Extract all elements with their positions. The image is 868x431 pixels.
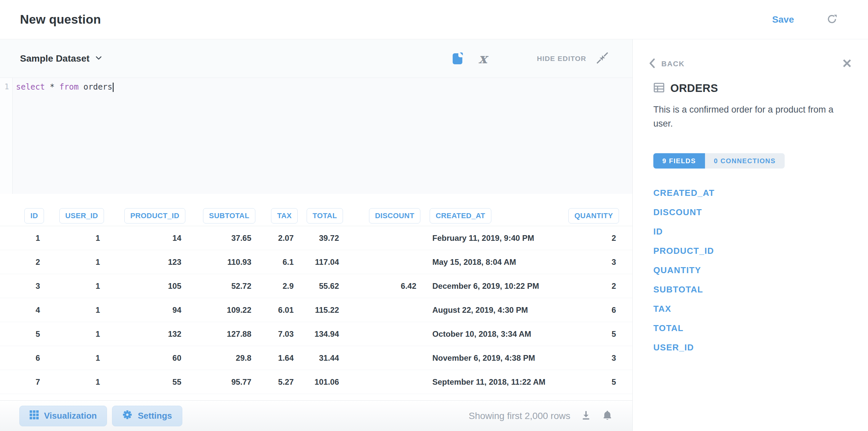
visualization-button[interactable]: Visualization [19,406,107,426]
save-button[interactable]: Save [772,14,794,25]
table-cell[interactable]: December 6, 2019, 10:22 PM [423,274,559,298]
field-item[interactable]: TAX [653,299,848,319]
table-cell[interactable]: 110.93 [188,250,258,274]
table-cell[interactable]: 7 [0,370,46,394]
table-cell[interactable]: 1 [0,226,46,250]
table-cell[interactable]: 123 [107,250,188,274]
table-cell[interactable]: 2 [559,226,632,250]
editor-gutter: 1 [0,78,13,194]
table-cell[interactable]: 1 [46,298,107,322]
hide-editor-button[interactable]: HIDE EDITOR [537,52,608,65]
table-cell[interactable] [346,370,423,394]
table-cell[interactable] [346,322,423,346]
table-cell[interactable] [346,298,423,322]
table-cell[interactable]: February 11, 2019, 9:40 PM [423,226,559,250]
tab-connections[interactable]: 0 CONNECTIONS [705,153,785,169]
column-header-tax[interactable]: TAX [271,208,298,224]
download-button[interactable] [580,410,592,422]
table-cell[interactable]: 1 [46,370,107,394]
table-cell[interactable]: 37.65 [188,226,258,250]
field-item[interactable]: CREATED_AT [653,183,848,202]
table-cell[interactable]: 31.44 [300,346,346,370]
table-cell[interactable]: 105 [107,274,188,298]
table-cell[interactable]: 39.72 [300,226,346,250]
sql-editor[interactable]: 1 select * from orders [0,77,632,194]
column-header-total[interactable]: TOTAL [307,208,343,224]
table-cell[interactable]: 1 [46,322,107,346]
column-header-subtotal[interactable]: SUBTOTAL [203,208,255,224]
column-header-id[interactable]: ID [24,208,44,224]
table-cell[interactable]: 6.01 [258,298,300,322]
table-cell[interactable]: 5.27 [258,370,300,394]
refresh-button[interactable] [827,14,837,25]
table-cell[interactable]: 3 [559,346,632,370]
table-cell[interactable]: 5 [559,322,632,346]
table-cell[interactable]: 127.88 [188,322,258,346]
table-cell[interactable]: 2 [0,250,46,274]
table-cell[interactable]: 94 [107,298,188,322]
table-cell[interactable]: 115.22 [300,298,346,322]
field-item[interactable]: USER_ID [653,338,848,357]
table-cell[interactable]: 55.62 [300,274,346,298]
table-cell[interactable] [346,346,423,370]
settings-button[interactable]: Settings [112,406,182,426]
column-header-product-id[interactable]: PRODUCT_ID [124,208,185,224]
column-header-created-at[interactable]: CREATED_AT [430,208,491,224]
table-cell[interactable]: September 11, 2018, 11:22 AM [423,370,559,394]
table-cell[interactable]: 95.77 [188,370,258,394]
table-cell[interactable]: 1 [46,274,107,298]
variables-button[interactable]: x [479,52,487,66]
table-cell[interactable]: May 15, 2018, 8:04 AM [423,250,559,274]
table-cell[interactable]: 2.9 [258,274,300,298]
table-cell[interactable]: 132 [107,322,188,346]
table-row: 3110552.722.955.626.42December 6, 2019, … [0,274,632,298]
table-cell[interactable]: 4 [0,298,46,322]
table-cell[interactable]: 1 [46,346,107,370]
table-cell[interactable]: 1 [46,250,107,274]
table-cell[interactable]: 1.64 [258,346,300,370]
table-cell[interactable]: October 10, 2018, 3:34 AM [423,322,559,346]
table-cell[interactable]: 60 [107,346,188,370]
table-cell[interactable]: 101.06 [300,370,346,394]
field-item[interactable]: TOTAL [653,319,848,338]
table-cell[interactable]: 52.72 [188,274,258,298]
table-cell[interactable]: 6.42 [346,274,423,298]
table-cell[interactable]: 5 [0,322,46,346]
back-button[interactable]: BACK [649,58,685,69]
table-cell[interactable] [346,226,423,250]
table-cell[interactable]: 6.1 [258,250,300,274]
field-item[interactable]: SUBTOTAL [653,280,848,299]
table-cell[interactable] [346,250,423,274]
field-item[interactable]: ID [653,222,848,241]
data-reference-button[interactable] [451,52,463,65]
field-item[interactable]: DISCOUNT [653,202,848,222]
tab-fields[interactable]: 9 FIELDS [653,153,705,169]
table-cell[interactable]: 14 [107,226,188,250]
table-cell[interactable]: August 22, 2019, 4:30 PM [423,298,559,322]
table-cell[interactable]: 5 [559,370,632,394]
field-item[interactable]: PRODUCT_ID [653,241,848,261]
table-cell[interactable]: 3 [559,250,632,274]
grid-icon [30,410,39,422]
column-header-discount[interactable]: DISCOUNT [369,208,420,224]
dataset-picker[interactable]: Sample Dataset [20,53,102,64]
table-cell[interactable]: 55 [107,370,188,394]
table-cell[interactable]: 3 [0,274,46,298]
table-cell[interactable]: 29.8 [188,346,258,370]
table-cell[interactable]: November 6, 2019, 4:38 PM [423,346,559,370]
table-cell[interactable]: 2 [559,274,632,298]
table-cell[interactable]: 6 [559,298,632,322]
table-cell[interactable]: 2.07 [258,226,300,250]
alerts-button[interactable] [602,410,613,422]
field-item[interactable]: QUANTITY [653,261,848,280]
close-sidebar-button[interactable] [842,58,852,69]
column-header-quantity[interactable]: QUANTITY [568,208,619,224]
table-cell[interactable]: 117.04 [300,250,346,274]
table-cell[interactable]: 1 [46,226,107,250]
table-cell[interactable]: 7.03 [258,322,300,346]
column-header-user-id[interactable]: USER_ID [59,208,104,224]
results-tbody: 111437.652.0739.72February 11, 2019, 9:4… [0,226,632,394]
table-cell[interactable]: 6 [0,346,46,370]
table-cell[interactable]: 134.94 [300,322,346,346]
table-cell[interactable]: 109.22 [188,298,258,322]
